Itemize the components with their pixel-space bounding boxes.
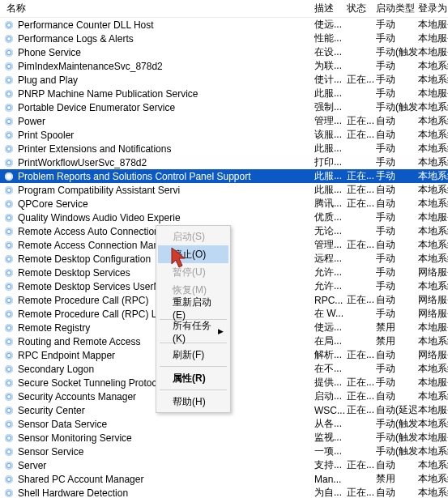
service-gear-icon [3, 295, 15, 306]
table-row[interactable]: Server支持...正在...自动本地系统 [0, 458, 448, 472]
table-row[interactable]: Sensor Data Service从各...手动(触发...本地系统 [0, 417, 448, 431]
column-header-status[interactable]: 状态 [347, 2, 376, 15]
service-desc: 启动... [314, 389, 347, 403]
table-row[interactable]: Sensor Monitoring Service监视...手动(触发...本地… [0, 431, 448, 445]
menu-all-tasks[interactable]: 所有任务(K) ▶ [158, 322, 228, 340]
service-gear-icon [3, 267, 15, 279]
service-logon: 本地系统 [418, 128, 448, 142]
service-startup: 自动 [376, 293, 418, 307]
table-row[interactable]: Plug and Play使计...正在...手动本地系统 [0, 73, 448, 87]
service-startup: 手动 [376, 376, 418, 389]
service-startup: 手动 [376, 307, 418, 321]
service-gear-icon [3, 185, 15, 196]
service-startup: 手动 [376, 279, 418, 293]
service-desc: RPC... [314, 295, 347, 306]
service-name: Program Compatibility Assistant Servi [18, 185, 314, 196]
service-startup: 手动(触发... [376, 100, 418, 114]
table-row[interactable]: Printer Extensions and Notifications此服..… [0, 142, 448, 155]
service-desc: 腾讯... [314, 197, 347, 211]
service-gear-icon [3, 419, 15, 430]
service-logon: 本地服务 [418, 321, 448, 334]
menu-stop[interactable]: 停止(O) [158, 245, 228, 263]
service-status: 正在... [347, 486, 376, 498]
menu-restart[interactable]: 重新启动(E) [158, 299, 228, 317]
table-row[interactable]: Problem Reports and Solutions Control Pa… [0, 169, 448, 183]
service-desc: 打印... [314, 155, 347, 169]
service-logon: 本地系统 [418, 472, 448, 486]
menu-refresh[interactable]: 刷新(F) [158, 346, 228, 364]
table-row[interactable]: Performance Logs & Alerts性能...手动本地服务 [0, 32, 448, 45]
service-status: 正在... [347, 183, 376, 197]
service-desc: 监视... [314, 431, 347, 445]
service-gear-icon [3, 364, 15, 375]
service-name: Sensor Monitoring Service [18, 432, 314, 444]
table-row[interactable]: PrintWorkflowUserSvc_878d2打印...手动本地系统 [0, 155, 448, 169]
service-desc: 该服... [314, 128, 347, 142]
service-startup: 手动 [376, 73, 418, 87]
table-row[interactable]: QPCore Service腾讯...正在...自动本地系统 [0, 197, 448, 211]
table-row[interactable]: PimIndexMaintenanceSvc_878d2为联...手动本地系统 [0, 59, 448, 73]
service-logon: 本地系统 [418, 224, 448, 238]
table-row[interactable]: Power管理...正在...自动本地系统 [0, 114, 448, 128]
service-gear-icon [3, 253, 15, 265]
submenu-arrow-icon: ▶ [218, 327, 224, 335]
table-row[interactable]: Shared PC Account ManagerMan...禁用本地系统 [0, 472, 448, 486]
service-startup: 自动 [376, 238, 418, 252]
service-startup: 自动 [376, 486, 418, 498]
service-desc: 优质... [314, 211, 347, 224]
service-gear-icon [3, 460, 15, 471]
service-logon: 本地服务 [418, 45, 448, 59]
service-gear-icon [3, 474, 15, 485]
column-header-startup[interactable]: 启动类型 [376, 2, 418, 15]
service-startup: 手动 [376, 362, 418, 376]
service-startup: 禁用 [376, 334, 418, 348]
service-gear-icon [3, 143, 15, 155]
service-gear-icon [3, 212, 15, 223]
service-desc: 解析... [314, 348, 347, 362]
service-logon: 网络服务 [418, 348, 448, 362]
service-startup: 自动 [376, 348, 418, 362]
service-desc: 使计... [314, 73, 347, 87]
table-row[interactable]: Quality Windows Audio Video Experie优质...… [0, 211, 448, 224]
service-desc: 为联... [314, 59, 347, 73]
service-desc: 使远... [314, 18, 347, 32]
service-name: Printer Extensions and Notifications [18, 143, 314, 155]
service-gear-icon [3, 309, 15, 320]
service-logon: 网络服务 [418, 266, 448, 279]
table-row[interactable]: Shell Hardware Detection为自...正在...自动本地系统 [0, 486, 448, 498]
service-gear-icon [3, 88, 15, 100]
service-startup: 禁用 [376, 321, 418, 334]
menu-properties[interactable]: 属性(R) [158, 369, 228, 387]
menu-help[interactable]: 帮助(H) [158, 393, 228, 411]
service-startup: 手动(触发... [376, 431, 418, 445]
table-row[interactable]: Sensor Service一项...手动(触发...本地系统 [0, 445, 448, 458]
service-startup: 自动 [376, 458, 418, 472]
service-logon: 本地服务 [418, 18, 448, 32]
service-gear-icon [3, 19, 15, 31]
table-row[interactable]: PNRP Machine Name Publication Service此服.… [0, 87, 448, 100]
table-row[interactable]: Performance Counter DLL Host使远...手动本地服务 [0, 18, 448, 32]
service-desc: 远程... [314, 252, 347, 266]
column-header-desc[interactable]: 描述 [314, 2, 347, 15]
service-startup: 自动 [376, 197, 418, 211]
service-name: Shell Hardware Detection [18, 487, 314, 499]
service-gear-icon [3, 74, 15, 86]
service-gear-icon [3, 33, 15, 45]
table-row[interactable]: Phone Service在设...手动(触发...本地服务 [0, 45, 448, 59]
menu-start: 启动(S) [158, 228, 228, 245]
service-status: 正在... [347, 169, 376, 183]
service-startup: 手动 [376, 142, 418, 155]
service-desc: 强制... [314, 100, 347, 114]
column-header-name[interactable]: 名称 [3, 2, 314, 15]
table-row[interactable]: Print Spooler该服...正在...自动本地系统 [0, 128, 448, 142]
table-row[interactable]: Portable Device Enumerator Service强制...手… [0, 100, 448, 114]
column-header-logon[interactable]: 登录为 [418, 2, 448, 15]
service-logon: 本地系统 [418, 114, 448, 128]
service-startup: 手动 [376, 266, 418, 279]
service-startup: 手动 [376, 224, 418, 238]
table-row[interactable]: Program Compatibility Assistant Servi此服.… [0, 183, 448, 197]
menu-all-tasks-label: 所有任务(K) [173, 319, 222, 344]
service-logon: 本地服务 [418, 87, 448, 100]
service-logon: 本地系统 [418, 458, 448, 472]
service-gear-icon [3, 198, 15, 210]
